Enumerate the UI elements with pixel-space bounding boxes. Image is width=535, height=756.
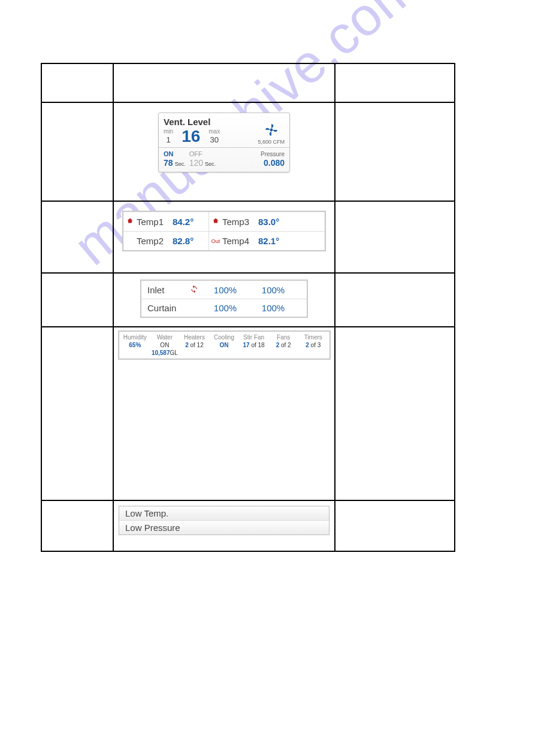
sync-icon [186,285,201,295]
status-humidity: Humidity 65% [122,333,149,357]
vent-level-card: Vent. Level min1 16 max30 [158,113,290,172]
status-fans: Fans 2 of 2 [270,333,297,357]
svg-point-0 [270,129,273,132]
vent-on: ON 78 Sec. [164,150,186,168]
alarm-row: Low Pressure [119,520,329,535]
status-cooling: Cooling ON [210,333,238,357]
temp-row-2: Temp2 82.8° Out Temp4 82.1° [123,231,325,250]
status-heaters: Heaters 2 of 12 [181,333,208,357]
temp-card: Temp1 84.2° Temp3 83.0° Temp2 82.8° Out … [122,211,326,251]
alarm-card: Low Temp. Low Pressure [119,506,330,535]
alarm-row: Low Temp. [119,506,329,520]
vent-min: min1 [164,128,173,145]
fan-icon [264,122,279,138]
vent-level-value: 16 [182,128,200,145]
out-tag: Out [209,238,222,244]
curtain-row: Curtain 100% 100% [141,299,307,317]
house-icon [209,217,222,226]
status-water: Water ON 10,587GL [151,333,179,357]
vent-cfm: 5,600 CFM [258,122,285,145]
temp-row-1: Temp1 84.2° Temp3 83.0° [123,212,325,231]
vent-pressure: Pressure 0.080 [261,151,285,168]
vent-off: OFF 120 Sec. [189,150,216,168]
inlet-row: Inlet 100% 100% [141,281,307,299]
house-icon [123,217,137,226]
inlet-card: Inlet 100% 100% Curtain 100% 100% [140,280,308,318]
vent-max: max30 [208,128,220,145]
status-strip: Humidity 65% Water ON 10,587GL Heaters 2… [118,330,331,360]
status-stirfan: Stir Fan 17 of 18 [240,333,268,357]
layout-table: Vent. Level min1 16 max30 [41,63,455,552]
status-timers: Timers 2 of 3 [300,333,327,357]
